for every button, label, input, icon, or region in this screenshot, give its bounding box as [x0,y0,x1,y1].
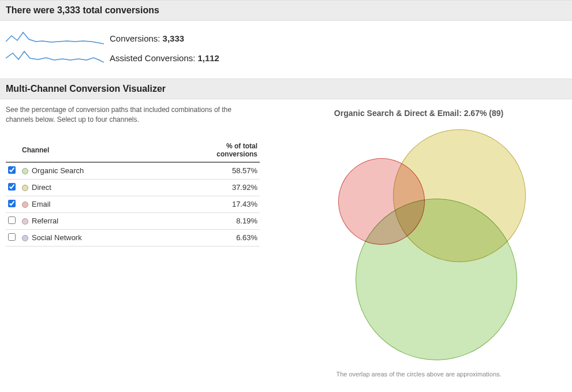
visualizer-intro: See the percentage of conversion paths t… [6,105,248,125]
col-channel: Channel [20,139,162,162]
channel-color-dot [22,218,28,225]
venn-title: Organic Search & Direct & Email: 2.67% (… [271,109,566,118]
sparkline-conversions [6,30,104,46]
channel-name: Organic Search [32,166,84,175]
metric-conversions-row: Conversions: 3,333 [6,30,566,46]
table-row: Direct37.92% [6,179,260,196]
table-row: Social Network6.63% [6,229,260,246]
summary-metrics: Conversions: 3,333 Assisted Conversions:… [0,21,572,79]
channel-checkbox[interactable] [8,183,16,191]
venn-diagram [283,124,555,366]
channel-name: Referral [32,216,58,225]
col-checkbox [6,139,20,162]
channel-checkbox[interactable] [8,216,16,224]
channel-pct: 8.19% [162,212,260,229]
channel-color-dot [22,168,28,174]
table-row: Organic Search58.57% [6,162,260,180]
channel-name: Social Network [32,233,82,242]
assisted-value: 1,112 [197,53,219,63]
venn-footnote: The overlap areas of the circles above a… [271,371,566,378]
channel-pct: 17.43% [162,196,260,212]
col-pct: % of total conversions [162,139,260,162]
table-row: Email17.43% [6,196,260,212]
channel-pct: 37.92% [162,179,260,196]
channel-checkbox[interactable] [8,166,16,174]
summary-heading: There were 3,333 total conversions [0,0,572,21]
channel-color-dot [22,185,28,191]
sparkline-assisted [6,50,104,66]
channel-checkbox[interactable] [8,233,16,241]
assisted-label: Assisted Conversions: [110,53,195,63]
table-row: Referral8.19% [6,212,260,229]
channel-pct: 58.57% [162,162,260,180]
visualizer-heading: Multi-Channel Conversion Visualizer [0,79,572,99]
channel-checkbox[interactable] [8,200,16,207]
channel-color-dot [22,201,28,208]
conversions-value: 3,333 [163,33,185,43]
metric-assisted-row: Assisted Conversions: 1,112 [6,50,566,66]
channel-name: Email [32,200,51,208]
channel-pct: 6.63% [162,229,260,246]
channel-table: Channel % of total conversions Organic S… [6,139,260,247]
channel-color-dot [22,235,28,241]
channel-name: Direct [32,183,51,192]
conversions-label: Conversions: [110,33,160,43]
venn-circle-email [338,158,425,245]
